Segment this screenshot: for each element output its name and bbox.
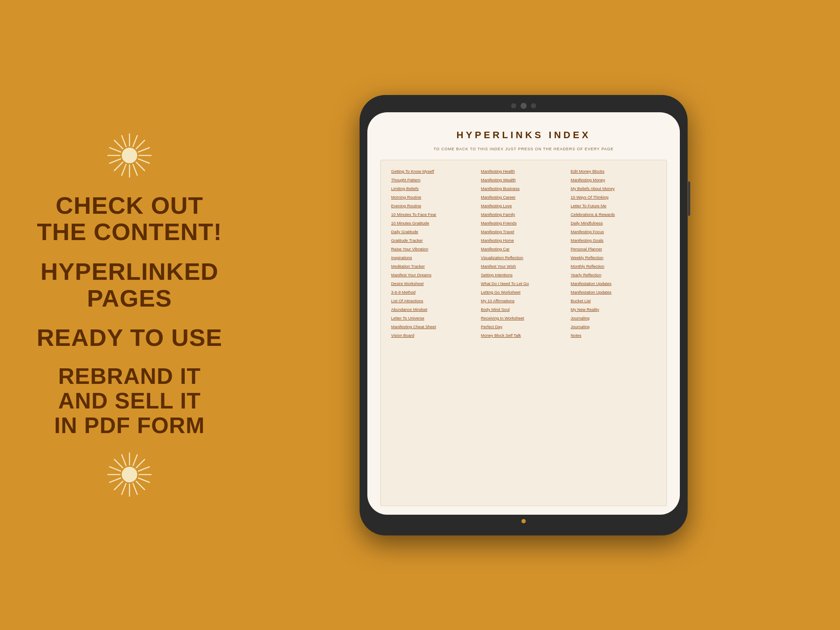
list-item[interactable]: Getting To Know Myself [391,168,477,175]
list-item[interactable]: Evening Routine [391,203,477,209]
camera-dot-right [531,103,536,108]
svg-line-5 [136,162,145,171]
svg-line-7 [136,140,145,149]
list-item[interactable]: Manifesting Business [481,185,566,192]
list-item[interactable]: Meditation Tracker [391,263,477,270]
list-item[interactable]: 10 Minutes Gratitude [391,220,477,227]
svg-line-23 [114,481,123,490]
list-item[interactable]: Manifesting Family [481,211,566,218]
list-item[interactable]: Daily Gratitude [391,228,477,235]
list-item[interactable]: Manifesting Love [481,203,566,209]
page-subtitle: TO COME BACK TO THIS INDEX JUST PRESS ON… [433,147,613,151]
list-item[interactable]: List Of Attractions [391,298,477,304]
list-item[interactable]: Yearly Reflection [571,272,656,279]
svg-line-22 [136,481,145,490]
headline-check-out: CHECK OUT THE CONTENT! [37,192,222,245]
list-item[interactable]: My 10 Affirmations [481,298,566,304]
list-item[interactable]: Manifesting Money [571,177,656,184]
svg-line-16 [110,148,121,152]
list-item[interactable]: Limiting Beliefs [391,185,477,192]
list-item[interactable]: Celebrations & Rewards [571,211,656,218]
list-item[interactable]: Letting Go Worksheet [481,289,566,296]
list-item[interactable]: Edit Money Blocks [571,168,656,175]
list-item[interactable]: Manifesting Travel [481,228,566,235]
list-item[interactable]: Daily Mindfulness [571,220,656,227]
list-item[interactable]: Manifestation Updates [571,289,656,296]
headline-rebrand: REBRAND IT AND SELL IT IN PDF FORM [54,364,205,438]
list-item[interactable]: Manifesting Career [481,194,566,201]
list-item[interactable]: Visualization Reflection [481,254,566,261]
svg-line-32 [110,478,121,482]
headline-hyperlinked: HYPERLINKED PAGES [41,258,218,311]
list-item[interactable]: Abundance Mindset [391,306,477,313]
list-item[interactable]: Manifest Your Dreams [391,272,477,279]
svg-line-24 [136,459,145,468]
svg-line-10 [122,164,126,175]
list-item[interactable]: My New Reality [571,306,656,313]
list-item[interactable]: Weekly Reflection [571,254,656,261]
list-item[interactable]: Bucket List [571,298,656,304]
list-item[interactable]: Manifesting Health [481,168,566,175]
list-item[interactable]: Journaling [571,323,656,330]
svg-line-26 [133,484,137,495]
svg-line-14 [139,148,150,152]
list-item[interactable]: What Do I Need To Let Go [481,280,566,287]
list-item[interactable]: Personal Planner [571,246,656,253]
list-item[interactable]: Manifest Your Wish [481,263,566,270]
list-item[interactable]: Manifesting Goals [571,237,656,244]
page-title: HYPERLINKS INDEX [456,130,591,141]
list-item[interactable]: Receiving In Worksheet [481,315,566,322]
list-item[interactable]: Vision Board [391,332,477,339]
list-item[interactable]: Monthly Reflection [571,263,656,270]
svg-line-25 [114,459,123,468]
list-item[interactable]: Journaling [571,315,656,322]
svg-line-28 [133,455,137,466]
list-item[interactable]: Desire Worksheet [391,280,477,287]
svg-line-13 [139,159,150,163]
svg-line-15 [110,159,121,163]
list-item[interactable]: Morning Routine [391,194,477,201]
svg-line-33 [110,467,121,471]
list-item[interactable]: Manifesting Wealth [481,177,566,184]
camera-dot-left [511,103,516,108]
sunburst-top-icon [106,132,153,179]
svg-line-12 [122,136,126,147]
list-item[interactable]: Money Block Self Talk [481,332,566,339]
list-item[interactable]: Manifesting Home [481,237,566,244]
tablet-wrapper: HYPERLINKS INDEX TO COME BACK TO THIS IN… [233,95,814,535]
svg-line-8 [114,140,123,149]
list-item[interactable]: 10 Minutes To Face Fear [391,211,477,218]
list-item[interactable]: Manifestation Updates [571,280,656,287]
list-item[interactable]: Manifesting Car [481,246,566,253]
list-item[interactable]: Setting Intentions [481,272,566,279]
list-item[interactable]: Perfect Day [481,323,566,330]
list-item[interactable]: Gratitude Tracker [391,237,477,244]
home-button-dot [521,519,526,523]
svg-line-31 [139,467,150,471]
svg-line-27 [122,484,126,495]
tablet-device: HYPERLINKS INDEX TO COME BACK TO THIS IN… [360,95,688,535]
list-item[interactable]: My Beliefs About Money [571,185,656,192]
svg-point-0 [122,148,137,163]
list-item[interactable]: Manifesting Focus [571,228,656,235]
svg-line-11 [133,136,137,147]
links-grid: Getting To Know MyselfManifesting Health… [391,168,656,339]
list-item[interactable]: Manifesting Friends [481,220,566,227]
list-item[interactable]: Thought Pattern [391,177,477,184]
tablet-side-button [688,181,690,216]
left-panel: CHECK OUT THE CONTENT! HYPERLINKED PAGES… [26,132,233,499]
svg-line-6 [114,162,123,171]
list-item[interactable]: Raise Your Vibration [391,246,477,253]
list-item[interactable]: Inspirations [391,254,477,261]
svg-line-29 [122,455,126,466]
camera-dot-center [521,103,527,109]
list-item[interactable]: Notes [571,332,656,339]
list-item[interactable]: Manifesting Cheat Sheet [391,323,477,330]
list-item[interactable]: 10 Ways Of Thinking [571,194,656,201]
list-item[interactable]: Body Mind Soul [481,306,566,313]
list-item[interactable]: Letter To Universe [391,315,477,322]
svg-line-9 [133,164,137,175]
list-item[interactable]: Letter To Future Me [571,203,656,209]
list-item[interactable]: 3-6-9 Method [391,289,477,296]
headline-ready: READY TO USE [37,324,222,351]
